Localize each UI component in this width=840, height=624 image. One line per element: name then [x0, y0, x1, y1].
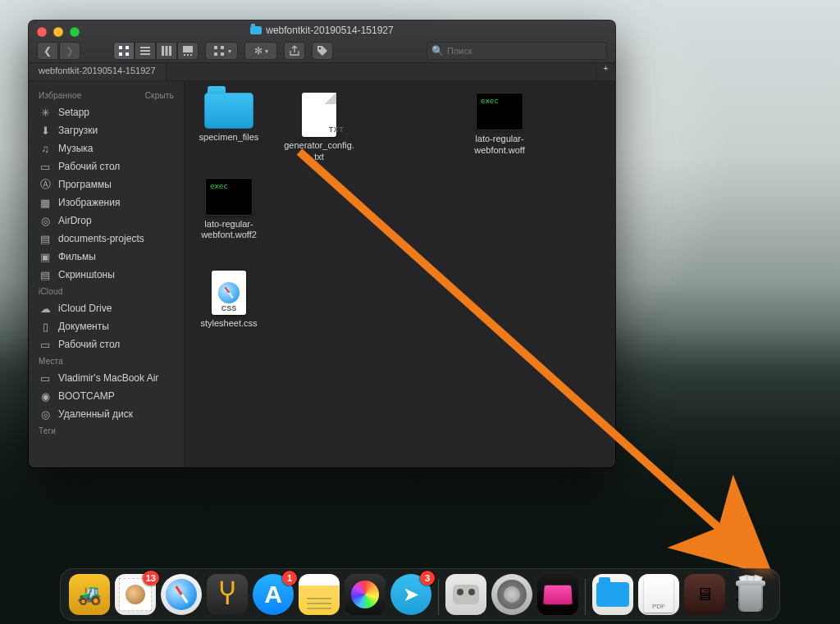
- dock-app-telegram[interactable]: ➤3: [390, 574, 431, 615]
- folder-icon: ▤: [39, 268, 52, 281]
- list-view-button[interactable]: [135, 42, 156, 60]
- svg-rect-7: [162, 46, 164, 56]
- dropbox-folder-icon: [596, 582, 629, 607]
- gear-icon: ✻: [254, 45, 262, 57]
- sidebar-item-airdrop[interactable]: ◎AirDrop: [29, 212, 184, 230]
- sidebar-item-macbook[interactable]: ▭Vladimir's MacBook Air: [29, 369, 184, 387]
- svg-rect-13: [190, 54, 192, 56]
- sublime-icon: Ⴤ: [219, 578, 235, 611]
- tag-icon: [316, 44, 329, 57]
- sidebar-section-icloud: iCloud: [39, 287, 63, 296]
- window-controls: [37, 27, 80, 37]
- desktop: webfontkit-20190514-151927 ❮ ❯: [0, 0, 840, 624]
- tweetbot-icon: [453, 585, 479, 604]
- svg-rect-6: [140, 53, 150, 55]
- downloads-icon: ⬇: [39, 124, 52, 137]
- dock-separator: [438, 579, 439, 615]
- forward-button[interactable]: ❯: [59, 42, 80, 60]
- gear-icon: [497, 580, 527, 609]
- share-button[interactable]: [284, 42, 305, 60]
- column-view-button[interactable]: [156, 42, 177, 60]
- tags-button[interactable]: [312, 42, 333, 60]
- back-button[interactable]: ❮: [37, 42, 58, 60]
- exec-file-icon: exec: [205, 178, 253, 216]
- sidebar-item-setapp[interactable]: ✳Setapp: [29, 103, 184, 121]
- notes-icon: [307, 598, 331, 599]
- sidebar-item-icloud-desktop[interactable]: ▭Рабочий стол: [29, 335, 184, 353]
- dock-app-sublime[interactable]: Ⴤ: [207, 574, 248, 615]
- dock-stack-pdf[interactable]: [638, 574, 679, 615]
- dock-trash[interactable]: 策: [730, 574, 771, 615]
- dock-app-safari[interactable]: [161, 574, 202, 615]
- sidebar-item-screenshots[interactable]: ▤Скриншtоны: [29, 266, 184, 284]
- sidebar-item-music[interactable]: ♫Музыка: [29, 139, 184, 157]
- svg-rect-14: [214, 46, 217, 49]
- sidebar-item-movies[interactable]: ▣Фильмы: [29, 248, 184, 266]
- arrange-button[interactable]: ▾: [205, 42, 238, 60]
- toolbar: ❮ ❯: [29, 40, 615, 62]
- svg-rect-2: [119, 52, 122, 56]
- telegram-icon: ➤: [403, 583, 419, 606]
- pictures-icon: ▦: [39, 196, 52, 209]
- dock-app-tweetbot[interactable]: [445, 574, 486, 615]
- minimize-button[interactable]: [53, 27, 63, 37]
- new-tab-button[interactable]: +: [596, 63, 615, 80]
- finder-window: webfontkit-20190514-151927 ❮ ❯: [29, 20, 615, 467]
- svg-rect-0: [119, 46, 122, 49]
- dock-app-notes[interactable]: [299, 574, 340, 615]
- dock-app-forklift[interactable]: 🚜: [69, 574, 110, 615]
- search-icon: 🔍: [431, 45, 444, 57]
- parallels-icon: 🖥: [696, 584, 714, 605]
- sidebar: Избранное Скрыть ✳Setapp ⬇Загрузки ♫Музы…: [29, 81, 185, 467]
- svg-rect-16: [214, 52, 217, 56]
- desktop-icon: ▭: [39, 338, 52, 351]
- dock-stack-dropbox[interactable]: [592, 574, 633, 615]
- document-icon: ▯: [39, 320, 52, 333]
- action-menu-button[interactable]: ✻▾: [244, 42, 277, 60]
- file-item[interactable]: specimen_files: [193, 93, 265, 163]
- search-input[interactable]: [427, 42, 607, 60]
- sidebar-item-documents[interactable]: ▯Документы: [29, 317, 184, 335]
- folder-icon: [204, 93, 253, 129]
- sidebar-item-applications[interactable]: ⒶПрограммы: [29, 175, 184, 194]
- davinci-icon: [351, 581, 379, 608]
- trash-icon: 策: [735, 577, 766, 612]
- dock-app-davinci[interactable]: [345, 574, 386, 615]
- file-item[interactable]: TXT generator_config.txt: [283, 93, 355, 163]
- exec-file-icon: exec: [476, 93, 523, 130]
- sidebar-item-remote-disc[interactable]: ◎Удаленный диск: [29, 405, 184, 423]
- file-grid: specimen_files TXT generator_config.txt …: [185, 81, 615, 467]
- view-mode-group: [113, 42, 199, 60]
- dock-app-cleanmymac[interactable]: [537, 574, 578, 615]
- window-title: webfontkit-20190514-151927: [29, 20, 615, 40]
- maximize-button[interactable]: [70, 27, 80, 37]
- dock-app-mail[interactable]: 13: [115, 574, 156, 615]
- file-item[interactable]: exec lato-regular-webfont.woff: [463, 93, 536, 163]
- cloud-icon: ☁: [39, 302, 52, 315]
- svg-rect-17: [221, 52, 224, 56]
- file-item[interactable]: CSS stylesheet.css: [193, 271, 265, 330]
- desktop-icon: ▭: [39, 160, 52, 173]
- close-button[interactable]: [37, 27, 47, 37]
- dock-stack-parallels[interactable]: 🖥: [684, 574, 725, 615]
- sidebar-item-bootcamp[interactable]: ◉BOOTCAMP: [29, 387, 184, 405]
- svg-rect-15: [221, 46, 224, 49]
- gallery-view-button[interactable]: [177, 42, 199, 60]
- dock-app-appstore[interactable]: A1: [253, 574, 294, 615]
- safari-icon: [166, 579, 197, 610]
- sidebar-item-desktop[interactable]: ▭Рабочий стол: [29, 157, 184, 175]
- sidebar-item-pictures[interactable]: ▦Изображения: [29, 194, 184, 212]
- tab-bar: webfontkit-20190514-151927 +: [29, 63, 615, 81]
- search-field: 🔍: [427, 42, 607, 60]
- dock-app-settings[interactable]: [491, 574, 532, 615]
- tab-current[interactable]: webfontkit-20190514-151927: [29, 63, 167, 80]
- sidebar-item-icloud-drive[interactable]: ☁iCloud Drive: [29, 299, 184, 317]
- sidebar-section-favorites: Избранное: [39, 91, 81, 100]
- icon-view-button[interactable]: [113, 42, 135, 60]
- sidebar-hide-button[interactable]: Скрыть: [145, 91, 174, 100]
- file-item[interactable]: exec lato-regular-webfont.woff2: [193, 178, 265, 242]
- sidebar-item-downloads[interactable]: ⬇Загрузки: [29, 121, 184, 139]
- sidebar-item-documents-projects[interactable]: ▤documents-projects: [29, 230, 184, 248]
- disc-icon: ◎: [39, 408, 52, 421]
- svg-rect-11: [184, 54, 185, 56]
